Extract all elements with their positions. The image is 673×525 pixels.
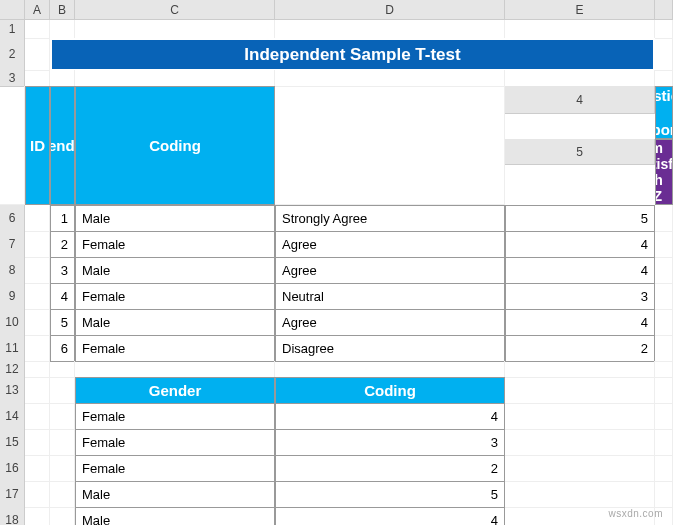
cell[interactable] bbox=[505, 455, 655, 482]
cell[interactable] bbox=[25, 38, 50, 71]
th-sub[interactable]: I am Satisfied with XYZ bbox=[655, 139, 673, 205]
cell[interactable] bbox=[25, 455, 50, 482]
row-header[interactable]: 7 bbox=[0, 231, 25, 258]
col-header-e[interactable]: E bbox=[505, 0, 655, 20]
row-header[interactable]: 13 bbox=[0, 377, 25, 404]
cell-coding[interactable]: 4 bbox=[505, 257, 655, 284]
cell-gender[interactable]: Male bbox=[75, 257, 275, 284]
cell[interactable] bbox=[50, 20, 75, 39]
cell-coding[interactable]: 4 bbox=[505, 231, 655, 258]
cell-id[interactable]: 4 bbox=[50, 283, 75, 310]
cell[interactable] bbox=[50, 455, 75, 482]
cell[interactable] bbox=[505, 20, 655, 39]
col-header-a[interactable]: A bbox=[25, 0, 50, 20]
row-header[interactable]: 12 bbox=[0, 361, 25, 378]
cell[interactable] bbox=[25, 481, 50, 508]
cell[interactable] bbox=[655, 283, 673, 310]
cell[interactable] bbox=[275, 361, 505, 378]
cell[interactable] bbox=[655, 455, 673, 482]
cell[interactable] bbox=[50, 429, 75, 456]
cell-gender[interactable]: Male bbox=[75, 309, 275, 336]
cell[interactable] bbox=[505, 361, 655, 378]
cell[interactable] bbox=[75, 70, 275, 87]
th-questions[interactable]: Questions & Responses bbox=[655, 86, 673, 139]
row-header[interactable]: 3 bbox=[0, 70, 25, 87]
cell2-coding[interactable]: 4 bbox=[275, 507, 505, 525]
th-gender[interactable]: Gender bbox=[50, 86, 75, 205]
cell[interactable] bbox=[655, 403, 673, 430]
cell2-gender[interactable]: Male bbox=[75, 481, 275, 508]
cell[interactable] bbox=[50, 481, 75, 508]
row-header[interactable]: 5 bbox=[505, 139, 655, 165]
cell-resp[interactable]: Strongly Agree bbox=[275, 205, 505, 232]
cell-gender[interactable]: Male bbox=[75, 205, 275, 232]
cell2-gender[interactable]: Female bbox=[75, 403, 275, 430]
row-header[interactable]: 6 bbox=[0, 205, 25, 232]
cell[interactable] bbox=[50, 403, 75, 430]
cell-gender[interactable]: Female bbox=[75, 335, 275, 362]
cell[interactable] bbox=[505, 429, 655, 456]
th2-gender[interactable]: Gender bbox=[75, 377, 275, 404]
cell[interactable] bbox=[655, 205, 673, 232]
cell-resp[interactable]: Agree bbox=[275, 231, 505, 258]
row-header[interactable]: 9 bbox=[0, 283, 25, 310]
cell2-coding[interactable]: 5 bbox=[275, 481, 505, 508]
cell[interactable] bbox=[655, 335, 673, 362]
cell[interactable] bbox=[25, 361, 50, 378]
row-header[interactable]: 18 bbox=[0, 507, 25, 525]
cell[interactable] bbox=[25, 507, 50, 525]
cell2-coding[interactable]: 4 bbox=[275, 403, 505, 430]
cell[interactable] bbox=[25, 335, 50, 362]
cell[interactable] bbox=[275, 86, 505, 205]
cell[interactable] bbox=[25, 70, 50, 87]
cell-coding[interactable]: 2 bbox=[505, 335, 655, 362]
cell-id[interactable]: 1 bbox=[50, 205, 75, 232]
cell-id[interactable]: 6 bbox=[50, 335, 75, 362]
cell[interactable] bbox=[655, 20, 673, 39]
cell[interactable] bbox=[50, 377, 75, 404]
cell[interactable] bbox=[655, 377, 673, 404]
cell-coding[interactable]: 3 bbox=[505, 283, 655, 310]
cell[interactable] bbox=[50, 361, 75, 378]
th2-coding[interactable]: Coding bbox=[275, 377, 505, 404]
cell2-gender[interactable]: Male bbox=[75, 507, 275, 525]
row-header[interactable]: 1 bbox=[0, 20, 25, 39]
page-title[interactable]: Independent Sample T-test bbox=[50, 38, 655, 71]
cell[interactable] bbox=[50, 507, 75, 525]
th-id[interactable]: ID bbox=[25, 86, 50, 205]
cell[interactable] bbox=[655, 309, 673, 336]
cell-gender[interactable]: Female bbox=[75, 283, 275, 310]
cell[interactable] bbox=[25, 20, 50, 39]
cell[interactable] bbox=[25, 231, 50, 258]
cell[interactable] bbox=[25, 377, 50, 404]
row-header[interactable]: 4 bbox=[505, 86, 655, 114]
row-header[interactable]: 10 bbox=[0, 309, 25, 336]
cell[interactable] bbox=[25, 257, 50, 284]
cell-id[interactable]: 5 bbox=[50, 309, 75, 336]
cell[interactable] bbox=[655, 231, 673, 258]
cell-resp[interactable]: Neutral bbox=[275, 283, 505, 310]
row-header[interactable]: 16 bbox=[0, 455, 25, 482]
cell[interactable] bbox=[25, 429, 50, 456]
cell[interactable] bbox=[50, 70, 75, 87]
cell2-coding[interactable]: 2 bbox=[275, 455, 505, 482]
cell[interactable] bbox=[655, 481, 673, 508]
cell-resp[interactable]: Agree bbox=[275, 309, 505, 336]
cell-coding[interactable]: 4 bbox=[505, 309, 655, 336]
row-header[interactable]: 2 bbox=[0, 38, 25, 71]
cell[interactable] bbox=[25, 283, 50, 310]
cell[interactable] bbox=[505, 481, 655, 508]
col-header-d[interactable]: D bbox=[275, 0, 505, 20]
cell-id[interactable]: 2 bbox=[50, 231, 75, 258]
th-coding[interactable]: Coding bbox=[75, 86, 275, 205]
cell[interactable] bbox=[75, 361, 275, 378]
cell2-gender[interactable]: Female bbox=[75, 455, 275, 482]
cell[interactable] bbox=[655, 70, 673, 87]
cell[interactable] bbox=[505, 403, 655, 430]
cell-gender[interactable]: Female bbox=[75, 231, 275, 258]
cell-id[interactable]: 3 bbox=[50, 257, 75, 284]
cell[interactable] bbox=[655, 257, 673, 284]
cell[interactable] bbox=[0, 86, 25, 205]
cell[interactable] bbox=[275, 70, 505, 87]
row-header[interactable]: 14 bbox=[0, 403, 25, 430]
